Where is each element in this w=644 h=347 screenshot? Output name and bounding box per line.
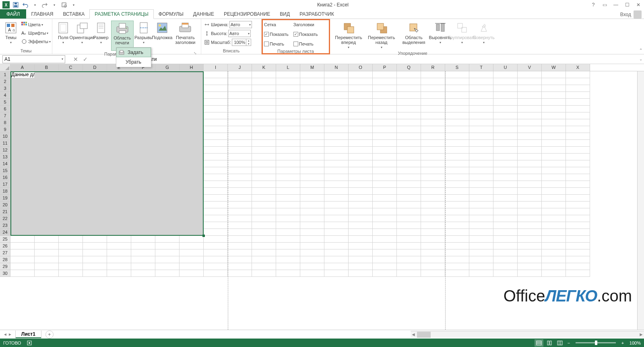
- cell[interactable]: [107, 160, 131, 167]
- cell[interactable]: [300, 270, 324, 277]
- cell[interactable]: [10, 154, 35, 160]
- cell[interactable]: [566, 71, 590, 78]
- cell[interactable]: [469, 160, 493, 167]
- cell[interactable]: [421, 236, 445, 243]
- cell[interactable]: [252, 202, 276, 208]
- cell[interactable]: [349, 195, 373, 202]
- cell[interactable]: [131, 243, 155, 249]
- zoom-out-button[interactable]: −: [566, 341, 572, 345]
- cell[interactable]: [59, 249, 83, 256]
- cell[interactable]: [59, 85, 83, 92]
- cell[interactable]: [566, 215, 590, 222]
- cell[interactable]: [107, 154, 131, 160]
- cell[interactable]: [180, 99, 204, 106]
- zoom-slider[interactable]: [576, 342, 616, 343]
- cell[interactable]: [518, 215, 542, 222]
- cell[interactable]: [373, 208, 397, 215]
- cell[interactable]: [59, 119, 83, 126]
- cell[interactable]: [300, 126, 324, 133]
- cell[interactable]: [204, 222, 228, 229]
- cell[interactable]: [10, 229, 35, 236]
- cell[interactable]: [252, 195, 276, 202]
- cell[interactable]: [228, 167, 252, 174]
- cell[interactable]: [518, 263, 542, 270]
- cell[interactable]: [469, 71, 493, 78]
- cell[interactable]: [518, 140, 542, 147]
- cell[interactable]: [10, 270, 35, 277]
- cell[interactable]: [349, 243, 373, 249]
- cell[interactable]: [349, 99, 373, 106]
- send-backward-button[interactable]: Переместить назад▾: [366, 21, 396, 50]
- cell[interactable]: [252, 154, 276, 160]
- cell[interactable]: [324, 270, 349, 277]
- cell[interactable]: [300, 249, 324, 256]
- cell[interactable]: [155, 126, 180, 133]
- cell[interactable]: [397, 215, 421, 222]
- cell[interactable]: [397, 85, 421, 92]
- cell[interactable]: [131, 167, 155, 174]
- cell[interactable]: [228, 92, 252, 99]
- cell[interactable]: [542, 208, 566, 215]
- cell[interactable]: [445, 85, 469, 92]
- cell[interactable]: [107, 140, 131, 147]
- cell[interactable]: [566, 181, 590, 188]
- cell[interactable]: [180, 188, 204, 195]
- cell[interactable]: [324, 236, 349, 243]
- cell[interactable]: [542, 263, 566, 270]
- row-header[interactable]: 13: [0, 154, 10, 160]
- cell[interactable]: [373, 256, 397, 263]
- cell[interactable]: [59, 222, 83, 229]
- cell[interactable]: [397, 174, 421, 181]
- cell[interactable]: [59, 99, 83, 106]
- cell[interactable]: [397, 236, 421, 243]
- cell[interactable]: [155, 133, 180, 140]
- cell[interactable]: [421, 154, 445, 160]
- cell[interactable]: [300, 112, 324, 119]
- column-header[interactable]: P: [373, 64, 397, 71]
- cell[interactable]: [155, 85, 180, 92]
- cell[interactable]: [542, 119, 566, 126]
- cell[interactable]: [180, 195, 204, 202]
- cell[interactable]: [421, 215, 445, 222]
- cell[interactable]: [204, 181, 228, 188]
- cell[interactable]: [397, 181, 421, 188]
- cell[interactable]: [373, 195, 397, 202]
- cell[interactable]: [300, 222, 324, 229]
- column-header[interactable]: A: [10, 64, 35, 71]
- undo-button[interactable]: [21, 0, 30, 9]
- cell[interactable]: [155, 249, 180, 256]
- column-header[interactable]: H: [180, 64, 204, 71]
- cell[interactable]: [35, 78, 59, 85]
- cell[interactable]: [59, 78, 83, 85]
- cell[interactable]: [83, 263, 107, 270]
- cell[interactable]: [493, 154, 518, 160]
- cell[interactable]: [10, 92, 35, 99]
- cell[interactable]: [493, 236, 518, 243]
- cell[interactable]: [397, 92, 421, 99]
- tab-home[interactable]: ГЛАВНАЯ: [26, 10, 58, 19]
- cell[interactable]: [276, 71, 300, 78]
- cell[interactable]: [373, 133, 397, 140]
- cell[interactable]: [252, 208, 276, 215]
- column-header[interactable]: K: [252, 64, 276, 71]
- cell[interactable]: [155, 229, 180, 236]
- cell[interactable]: [180, 78, 204, 85]
- cell[interactable]: [107, 167, 131, 174]
- cell[interactable]: [324, 208, 349, 215]
- cell[interactable]: [300, 147, 324, 154]
- tab-file[interactable]: ФАЙЛ: [0, 9, 26, 19]
- cell[interactable]: [493, 249, 518, 256]
- cell[interactable]: [180, 256, 204, 263]
- cell[interactable]: [421, 270, 445, 277]
- cell[interactable]: [324, 160, 349, 167]
- cell[interactable]: [10, 249, 35, 256]
- cell[interactable]: [59, 126, 83, 133]
- cell[interactable]: [566, 236, 590, 243]
- cell[interactable]: [252, 222, 276, 229]
- cell[interactable]: [107, 71, 131, 78]
- cell[interactable]: [566, 140, 590, 147]
- cell[interactable]: [493, 119, 518, 126]
- cell[interactable]: [131, 181, 155, 188]
- cell[interactable]: [493, 208, 518, 215]
- cell[interactable]: [228, 160, 252, 167]
